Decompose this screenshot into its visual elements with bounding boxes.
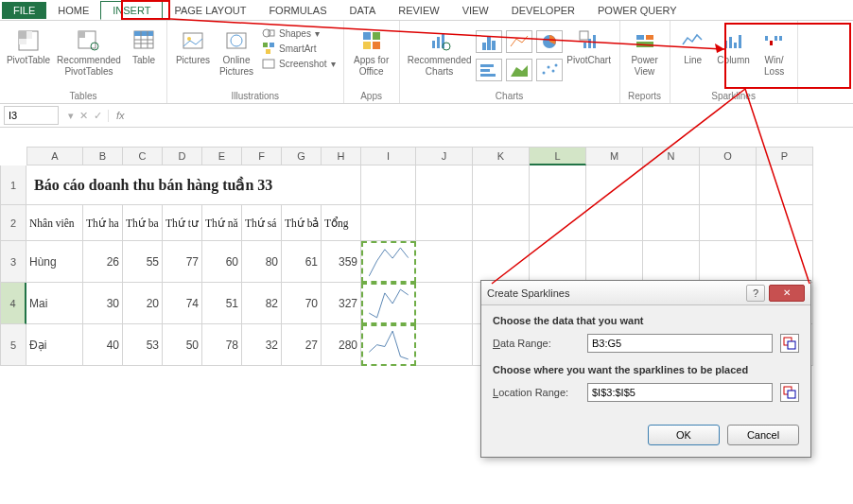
svg-line-59 <box>170 19 724 49</box>
svg-line-62 <box>745 89 809 284</box>
svg-marker-60 <box>715 43 724 53</box>
annotation-lines <box>0 0 853 504</box>
svg-line-61 <box>492 89 745 284</box>
